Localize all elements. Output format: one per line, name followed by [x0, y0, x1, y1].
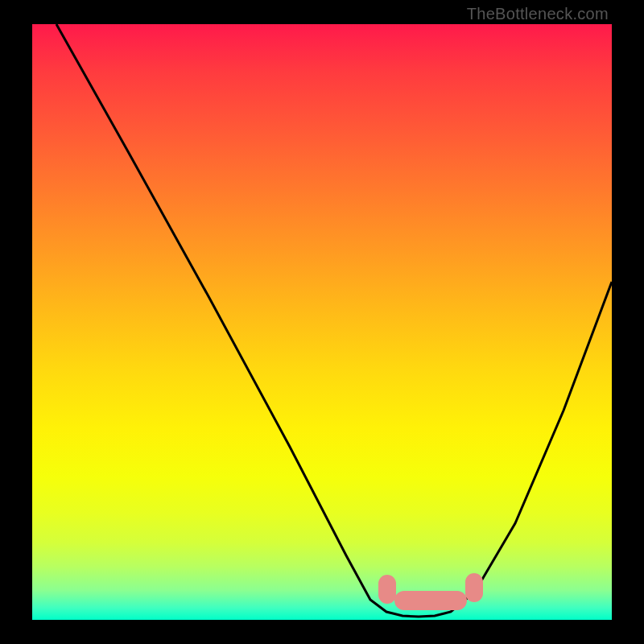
- valley-bar: [394, 591, 467, 610]
- plot-area: [32, 24, 612, 620]
- valley-end-dot: [378, 575, 396, 604]
- watermark-text: TheBottleneck.com: [467, 5, 609, 23]
- valley-end-dot: [465, 573, 483, 602]
- bottleneck-curve: [32, 24, 612, 620]
- chart-frame: TheBottleneck.com: [0, 0, 644, 644]
- curve-path: [56, 24, 612, 617]
